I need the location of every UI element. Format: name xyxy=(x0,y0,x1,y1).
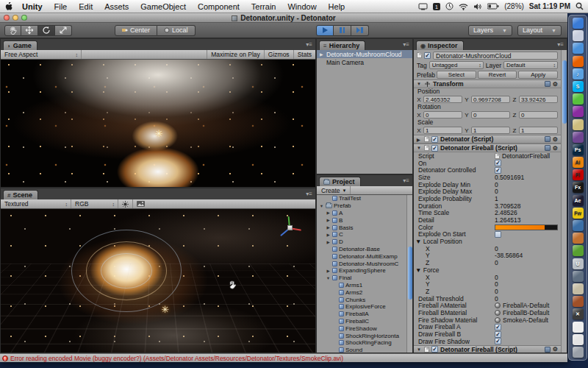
status-error-text[interactable]: Error reading encoded Movie (buggy encod… xyxy=(10,355,343,362)
gear-icon[interactable]: ⚙ xyxy=(553,145,558,152)
tab-scene[interactable]: #Scene xyxy=(3,190,38,199)
field-value[interactable]: 0 xyxy=(495,181,561,188)
expand-arrow-icon[interactable]: ▶ xyxy=(320,52,325,57)
inspector-row-x[interactable]: X0 xyxy=(414,245,561,252)
field-value[interactable]: -38.56864 xyxy=(495,252,561,259)
apple-menu-icon[interactable] xyxy=(0,2,16,11)
active-checkbox[interactable] xyxy=(424,52,431,59)
inspector-row-force[interactable]: ▼ Force xyxy=(414,266,561,274)
menu-unity[interactable]: Unity xyxy=(16,0,49,13)
help-book-icon[interactable] xyxy=(545,136,551,142)
panel-menu-icon[interactable]: ▾≡ xyxy=(306,41,315,48)
photobooth-icon[interactable] xyxy=(573,132,584,143)
field-value[interactable] xyxy=(495,160,561,166)
pivot-local-button[interactable]: Local xyxy=(157,25,196,36)
document-icon-2[interactable] xyxy=(573,334,584,345)
expand-arrow-icon[interactable]: ▶ xyxy=(326,210,331,215)
checkbox[interactable] xyxy=(495,338,501,344)
project-item-shockringfacing[interactable]: ShockRingFacing xyxy=(317,339,406,347)
inspector-row-draw-fireball-a[interactable]: Draw Fireball A xyxy=(414,324,561,331)
project-item-c[interactable]: ▶C xyxy=(317,231,406,238)
stats-button[interactable]: Stats xyxy=(293,50,315,59)
component-enabled-checkbox[interactable] xyxy=(431,136,438,143)
tab-game[interactable]: ◗Game xyxy=(3,40,37,50)
rotate-tool-button[interactable] xyxy=(38,25,55,36)
inspector-row-fire-shadow-material[interactable]: Fire Shadow MaterialSmokeA-Default xyxy=(414,316,561,324)
position-x-field[interactable]: 2.465352 xyxy=(423,96,462,103)
channel-dropdown[interactable]: RGB↕ xyxy=(71,199,118,208)
field-value[interactable]: 0 xyxy=(495,274,561,281)
firefox-icon[interactable] xyxy=(573,56,584,67)
gear-icon[interactable]: ⚙ xyxy=(553,81,558,88)
status-bar[interactable]: ! Error reading encoded Movie (buggy enc… xyxy=(0,353,567,362)
move-tool-button[interactable] xyxy=(21,25,38,36)
toolbox-icon[interactable] xyxy=(573,296,584,307)
field-value[interactable]: 0 xyxy=(495,295,561,302)
project-item-detonator-mushroomc[interactable]: Detonator-MushroomC xyxy=(317,260,406,267)
menu-edit[interactable]: Edit xyxy=(73,0,98,13)
project-scrollbar-thumb[interactable] xyxy=(408,247,412,300)
preview-icon[interactable] xyxy=(573,30,584,41)
trash-icon[interactable] xyxy=(573,347,584,358)
field-value[interactable]: 2.48526 xyxy=(495,209,561,216)
inspector-row-explode-on-start[interactable]: Explode On Start xyxy=(414,231,561,238)
project-scrollbar[interactable] xyxy=(406,195,412,353)
panel-menu-icon[interactable]: ▾≡ xyxy=(403,41,412,48)
gizmo-circle-small[interactable] xyxy=(101,253,152,289)
screenflow-icon[interactable] xyxy=(573,220,584,231)
fireworks-icon[interactable]: Fw xyxy=(573,208,584,219)
prefab-apply-button[interactable]: Apply xyxy=(518,71,558,79)
inspector-scrollbar-thumb[interactable] xyxy=(562,60,567,124)
step-button[interactable] xyxy=(351,25,369,36)
hierarchy-item-main-camera[interactable]: Main Camera xyxy=(317,58,412,66)
panel-menu-icon[interactable]: ▾≡ xyxy=(403,177,412,184)
display-menu-icon[interactable] xyxy=(418,3,428,10)
checkbox[interactable] xyxy=(495,324,501,330)
inspector-row-explode-delay-min[interactable]: Explode Delay Min0 xyxy=(414,181,561,188)
texture-book-icon[interactable] xyxy=(573,233,584,244)
project-item-chunks[interactable]: Chunks xyxy=(317,296,406,303)
field-value[interactable]: 0 xyxy=(495,259,561,266)
menu-terrain[interactable]: Terrain xyxy=(245,0,282,13)
field-value[interactable]: 0 xyxy=(495,288,561,295)
fx-icon[interactable]: Fx xyxy=(573,182,584,193)
volume-icon[interactable] xyxy=(473,3,482,10)
time-machine-icon[interactable] xyxy=(445,2,453,10)
inspector-row-detonator-controlled[interactable]: Detonator Controlled xyxy=(414,166,561,174)
aftereffects-icon[interactable]: Ae xyxy=(573,195,584,206)
field-value[interactable] xyxy=(495,324,561,330)
rotation-z-field[interactable]: 0 xyxy=(519,111,558,118)
expand-arrow-icon[interactable]: ▶ xyxy=(326,218,331,222)
delivery-icon[interactable] xyxy=(573,119,584,130)
project-item-detonator-multiexamp[interactable]: Detonator-MultiExamp xyxy=(317,252,406,260)
inspector-row-local-position[interactable]: ▼ Local Position xyxy=(414,238,561,245)
field-value[interactable] xyxy=(495,167,561,174)
scene-effects-toggle[interactable] xyxy=(132,199,148,208)
inspector-scrollbar[interactable] xyxy=(561,50,567,353)
inspector-row-draw-fireball-b[interactable]: Draw Fireball B xyxy=(414,330,561,338)
gear-icon[interactable]: ⚙ xyxy=(553,346,558,353)
inspector-row-draw-fire-shadow[interactable]: Draw Fire Shadow xyxy=(414,338,561,345)
help-book-icon[interactable] xyxy=(545,145,551,151)
expand-arrow-icon[interactable]: ▶ xyxy=(326,240,331,244)
field-value[interactable]: DetonatorFireball xyxy=(495,152,561,160)
project-item-final[interactable]: ▼Final xyxy=(317,275,406,282)
maximize-on-play-button[interactable]: Maximize on Play xyxy=(207,50,264,59)
inspector-row-detail-threshold[interactable]: Detail Threshold0 xyxy=(414,295,561,302)
gizmos-button[interactable]: Gizmos xyxy=(264,50,293,59)
menu-component[interactable]: Component xyxy=(192,0,245,13)
wifi-icon[interactable] xyxy=(459,3,468,10)
project-item-shockringhorizonta[interactable]: ShockRingHorizonta xyxy=(317,332,406,339)
gear-icon[interactable]: ⚙ xyxy=(553,136,558,143)
hand-tool-button[interactable] xyxy=(4,25,21,36)
scale-y-field[interactable]: 1 xyxy=(471,127,510,134)
inspector-row-z[interactable]: Z0 xyxy=(414,259,561,266)
scale-z-field[interactable]: 1 xyxy=(519,127,558,134)
finder-icon[interactable] xyxy=(573,18,584,29)
project-item-a[interactable]: ▶A xyxy=(317,210,406,217)
inspector-row-fireball-bmaterial[interactable]: Fireball BMaterialFireballB-Default xyxy=(414,309,561,316)
tab-project[interactable]: Project xyxy=(319,177,361,186)
project-item-prefab[interactable]: ▼Prefab xyxy=(317,202,406,210)
itunes-icon[interactable]: ♪ xyxy=(573,68,584,79)
position-y-field[interactable]: 0.9697208 xyxy=(471,96,510,103)
